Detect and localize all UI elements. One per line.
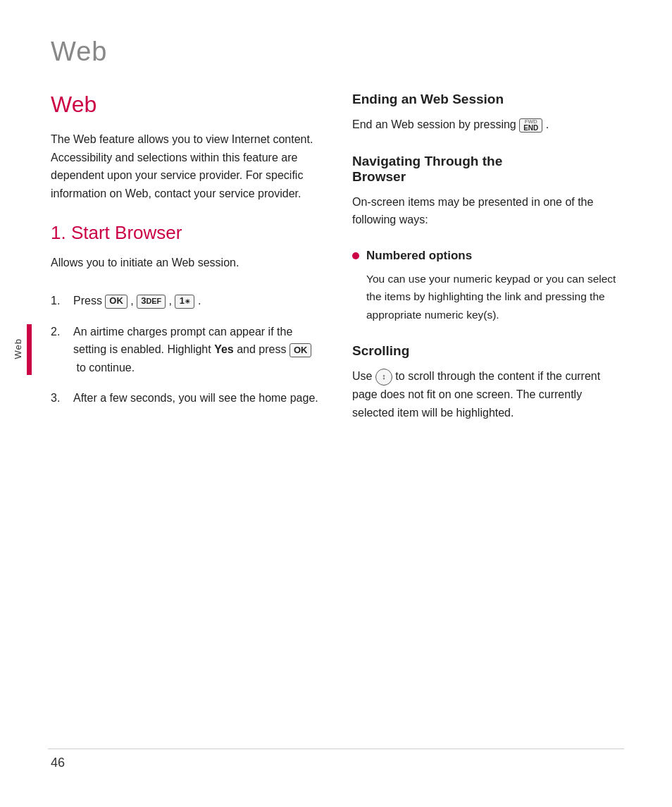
numbered-options-detail: You can use your numeric keypad or you c…: [352, 270, 627, 324]
key-3def: 3DEF: [137, 295, 166, 309]
ending-session-text: End an Web session by pressing FWDEND .: [352, 116, 627, 134]
bullet-numbered-options: Numbered options: [352, 249, 627, 263]
right-column: Ending an Web Session End an Web session…: [352, 92, 627, 441]
left-column: Web The Web feature allows you to view I…: [51, 92, 318, 420]
step-3: 3. After a few seconds, you will see the…: [51, 389, 318, 407]
section-heading-web: Web: [51, 92, 318, 118]
sidebar-label: Web: [13, 338, 23, 359]
subsection-heading: 1. Start Browser: [51, 222, 318, 244]
heading-ending-session: Ending an Web Session: [352, 92, 627, 107]
step-2: 2. An airtime charges prompt can appear …: [51, 323, 318, 377]
sidebar-bar: [27, 324, 32, 375]
key-1: 1☀: [175, 295, 194, 309]
step-1-text: Press OK , 3DEF , 1☀ .: [73, 292, 318, 310]
heading-scrolling: Scrolling: [352, 343, 627, 359]
bottom-rule: [48, 749, 624, 749]
bullet-dot-icon: [352, 252, 359, 259]
page-container: Web Web Web The Web feature allows you t…: [0, 0, 672, 807]
step-3-text: After a few seconds, you will see the ho…: [73, 389, 318, 407]
page-number: 46: [51, 756, 65, 770]
intro-text: The Web feature allows you to view Inter…: [51, 130, 318, 202]
step-3-number: 3.: [51, 389, 68, 407]
scrolling-text: Use ↕ to scroll through the content if t…: [352, 367, 627, 421]
step-1: 1. Press OK , 3DEF , 1☀ .: [51, 292, 318, 310]
bullet-label: Numbered options: [366, 249, 472, 263]
key-ok-2: OK: [290, 343, 312, 357]
subsection-intro: Allows you to initiate an Web session.: [51, 254, 318, 272]
key-nav-icon: ↕: [375, 369, 392, 386]
step-2-text: An airtime charges prompt can appear if …: [73, 323, 318, 377]
navigating-intro: On-screen items may be presented in one …: [352, 193, 627, 229]
step-2-number: 2.: [51, 323, 68, 341]
heading-navigating: Navigating Through theBrowser: [352, 154, 627, 185]
key-end: FWDEND: [519, 118, 542, 133]
key-ok-1: OK: [105, 295, 127, 309]
step-1-number: 1.: [51, 292, 68, 310]
page-title: Web: [51, 37, 107, 67]
